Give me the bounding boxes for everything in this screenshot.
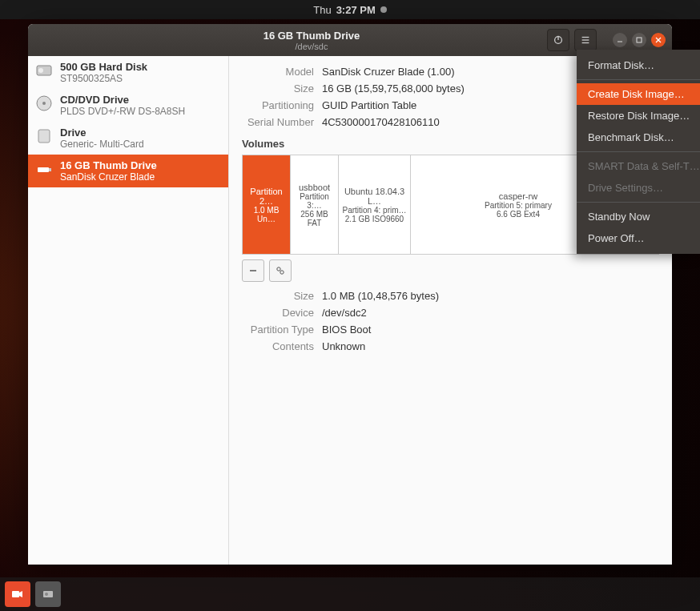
label-model: Model bbox=[242, 66, 322, 78]
svg-rect-15 bbox=[49, 168, 51, 171]
volume-settings-button[interactable] bbox=[269, 259, 292, 282]
maximize-icon bbox=[636, 37, 642, 43]
topbar-time: 3:27 PM bbox=[336, 4, 376, 16]
vol-value-size: 1.0 MB (10,48,576 bytes) bbox=[322, 290, 439, 302]
vol-value-device: /dev/sdc2 bbox=[322, 307, 367, 319]
value-model: SanDisk Cruzer Blade (1.00) bbox=[322, 66, 454, 78]
system-topbar: Thu 3:27 PM bbox=[0, 0, 700, 19]
menu-standby-now[interactable]: Standby Now bbox=[577, 206, 700, 227]
volume-usbboot[interactable]: usbboot Partition 3:… 256 MB FAT bbox=[291, 155, 339, 254]
menu-format-disk[interactable]: Format Disk… bbox=[577, 54, 700, 76]
svg-point-17 bbox=[277, 267, 280, 271]
menu-benchmark-disk[interactable]: Benchmark Disk… bbox=[577, 127, 700, 148]
value-size: 16 GB (15,59,75,68,000 bytes) bbox=[322, 82, 465, 94]
hamburger-menu-button[interactable] bbox=[574, 29, 597, 51]
hamburger-icon bbox=[580, 34, 591, 46]
menu-separator bbox=[577, 202, 700, 203]
screen-recorder-icon[interactable] bbox=[5, 581, 30, 607]
label-size: Size bbox=[242, 82, 322, 94]
menu-separator bbox=[577, 79, 700, 80]
menu-drive-settings: Drive Settings… bbox=[577, 177, 700, 199]
device-sidebar: 500 GB Hard DiskST9500325AS CD/DVD Drive… bbox=[28, 56, 229, 565]
disk-utility-icon bbox=[41, 587, 55, 601]
usb-drive-icon bbox=[34, 159, 54, 179]
vol-label-device: Device bbox=[242, 307, 322, 319]
minimize-button[interactable] bbox=[613, 33, 627, 47]
vol-label-size: Size bbox=[242, 290, 322, 302]
remove-volume-button[interactable] bbox=[242, 259, 264, 282]
minimize-icon bbox=[617, 37, 623, 43]
disk-options-menu: Format Disk… Create Disk Image… Restore … bbox=[577, 50, 700, 254]
power-button[interactable] bbox=[547, 29, 569, 51]
menu-power-off[interactable]: Power Off… bbox=[577, 227, 700, 249]
indicator-dot bbox=[380, 6, 387, 13]
device-cd-dvd[interactable]: CD/DVD DrivePLDS DVD+/-RW DS-8A8SH bbox=[28, 89, 228, 122]
volume-partition2[interactable]: Partition 2… 1.0 MB Un… bbox=[243, 155, 291, 254]
svg-point-18 bbox=[280, 271, 284, 274]
taskbar bbox=[0, 577, 700, 611]
label-serial: Serial Number bbox=[242, 116, 322, 128]
svg-rect-14 bbox=[38, 167, 49, 172]
camcorder-icon bbox=[10, 587, 25, 601]
value-partitioning: GUID Partition Table bbox=[322, 99, 416, 111]
disks-window: 16 GB Thumb Drive /dev/sdc 500 GB Hard D… bbox=[28, 24, 672, 565]
window-subtitle: /dev/sdc bbox=[76, 42, 547, 51]
maximize-button[interactable] bbox=[632, 33, 646, 47]
topbar-day: Thu bbox=[313, 4, 331, 16]
svg-point-21 bbox=[45, 593, 48, 596]
menu-separator bbox=[577, 151, 700, 152]
label-partitioning: Partitioning bbox=[242, 99, 322, 111]
harddisk-icon bbox=[34, 61, 54, 80]
disks-app-icon[interactable] bbox=[35, 581, 61, 607]
device-hard-disk[interactable]: 500 GB Hard DiskST9500325AS bbox=[28, 56, 228, 89]
menu-restore-disk-image[interactable]: Restore Disk Image… bbox=[577, 105, 700, 127]
svg-rect-6 bbox=[637, 38, 642, 42]
vol-value-ptype: BIOS Boot bbox=[322, 324, 371, 336]
svg-point-10 bbox=[38, 68, 43, 73]
device-multicard[interactable]: DriveGeneric- Multi-Card bbox=[28, 122, 228, 155]
close-button[interactable] bbox=[651, 33, 666, 47]
vol-label-ptype: Partition Type bbox=[242, 324, 322, 336]
vol-label-contents: Contents bbox=[242, 340, 322, 352]
device-thumb-drive[interactable]: 16 GB Thumb DriveSanDisk Cruzer Blade bbox=[28, 155, 228, 187]
power-icon bbox=[553, 34, 564, 46]
disc-icon bbox=[34, 94, 54, 113]
card-reader-icon bbox=[34, 127, 54, 146]
close-icon bbox=[655, 37, 662, 43]
svg-point-12 bbox=[42, 102, 46, 105]
menu-smart-data: SMART Data & Self-T… bbox=[577, 155, 700, 177]
cogs-icon bbox=[276, 266, 285, 275]
svg-rect-13 bbox=[38, 130, 50, 143]
vol-value-contents: Unknown bbox=[322, 340, 365, 352]
titlebar: 16 GB Thumb Drive /dev/sdc bbox=[28, 24, 672, 56]
volume-ubuntu[interactable]: Ubuntu 18.04.3 L… Partition 4: prim… 2.1… bbox=[339, 155, 411, 254]
minus-icon bbox=[248, 266, 258, 275]
window-title: 16 GB Thumb Drive bbox=[76, 30, 547, 42]
menu-create-disk-image[interactable]: Create Disk Image… bbox=[577, 83, 700, 105]
svg-rect-19 bbox=[12, 591, 19, 597]
value-serial: 4C530000170428106110 bbox=[322, 116, 440, 128]
